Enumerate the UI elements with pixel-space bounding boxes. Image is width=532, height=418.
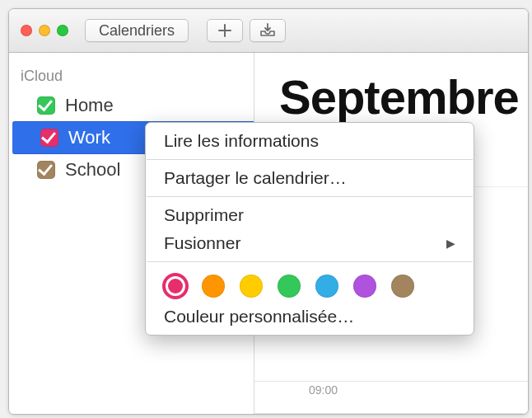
color-swatch-green[interactable] bbox=[278, 275, 301, 298]
menu-item-share-calendar[interactable]: Partager le calendrier… bbox=[146, 164, 474, 192]
sidebar-section-header[interactable]: iCloud bbox=[9, 64, 254, 90]
calendar-item-label: Work bbox=[68, 127, 110, 148]
calendar-item-label: School bbox=[65, 159, 120, 181]
minimize-window-button[interactable] bbox=[39, 25, 50, 36]
menu-separator bbox=[147, 196, 473, 197]
color-swatch-brown[interactable] bbox=[391, 275, 414, 298]
menu-item-label: Fusionner bbox=[164, 233, 240, 253]
color-swatch-purple[interactable] bbox=[353, 275, 376, 298]
time-slot: 09:00 bbox=[254, 381, 528, 414]
checkbox-icon[interactable] bbox=[40, 129, 58, 147]
menu-item-label: Lire les informations bbox=[164, 131, 319, 151]
menu-item-merge[interactable]: Fusionner ▶ bbox=[146, 229, 474, 257]
color-swatch-orange[interactable] bbox=[202, 275, 225, 298]
inbox-download-icon bbox=[259, 23, 276, 38]
menu-item-delete[interactable]: Supprimer bbox=[146, 201, 474, 229]
color-swatch-blue[interactable] bbox=[315, 275, 338, 298]
plus-icon bbox=[217, 23, 232, 38]
time-label: 09:00 bbox=[309, 383, 338, 397]
window-controls bbox=[21, 25, 68, 36]
checkbox-icon[interactable] bbox=[37, 161, 55, 179]
menu-item-custom-color[interactable]: Couleur personnalisée… bbox=[146, 303, 474, 331]
submenu-arrow-icon: ▶ bbox=[446, 237, 455, 250]
zoom-window-button[interactable] bbox=[57, 25, 68, 36]
close-window-button[interactable] bbox=[21, 25, 32, 36]
menu-item-label: Couleur personnalisée… bbox=[164, 307, 354, 326]
month-title: Septembre bbox=[279, 69, 519, 124]
color-swatch-pink[interactable] bbox=[164, 275, 187, 298]
menu-item-get-info[interactable]: Lire les informations bbox=[146, 127, 474, 155]
menu-item-label: Supprimer bbox=[164, 205, 244, 225]
titlebar: Calendriers bbox=[9, 9, 528, 53]
menu-separator bbox=[147, 159, 473, 160]
color-swatch-yellow[interactable] bbox=[240, 275, 263, 298]
calendars-toggle-button[interactable]: Calendriers bbox=[85, 19, 189, 42]
calendar-item-home[interactable]: Home bbox=[9, 90, 254, 121]
context-menu: Lire les informations Partager le calend… bbox=[145, 122, 474, 336]
checkbox-icon[interactable] bbox=[37, 96, 55, 115]
color-picker-row bbox=[146, 266, 474, 303]
calendar-item-label: Home bbox=[65, 95, 114, 116]
menu-item-label: Partager le calendrier… bbox=[164, 168, 347, 188]
add-event-button[interactable] bbox=[207, 19, 243, 42]
menu-separator bbox=[147, 261, 473, 262]
inbox-button[interactable] bbox=[250, 19, 286, 42]
